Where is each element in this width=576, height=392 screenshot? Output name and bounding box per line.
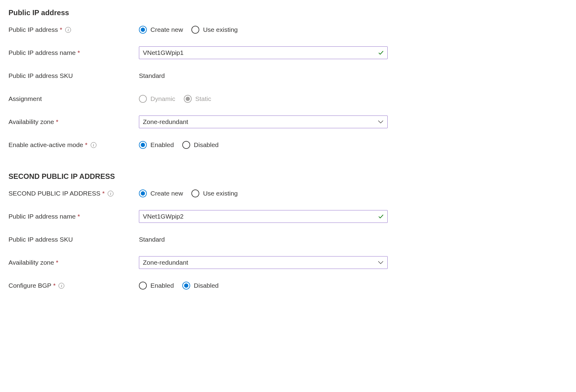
value-public-ip-sku-2: Standard [139, 236, 165, 243]
select-availability-zone-2[interactable]: Zone-redundant [139, 256, 388, 269]
row-public-ip-sku-1: Public IP address SKU Standard [8, 69, 568, 82]
row-second-public-ip-address: SECOND PUBLIC IP ADDRESS * Create new Us… [8, 187, 568, 200]
label-text-active-active: Enable active-active mode [8, 141, 83, 149]
input-public-ip-name-1[interactable] [139, 46, 388, 59]
section-heading-second-public-ip: SECOND PUBLIC IP ADDRESS [8, 172, 568, 181]
label-text-availability-zone-1: Availability zone [8, 118, 54, 126]
radio-create-new[interactable]: Create new [139, 26, 183, 34]
radio-group-assignment: Dynamic Static [139, 95, 211, 103]
required-indicator: * [85, 141, 87, 149]
label-text-public-ip-name-2: Public IP address name [8, 213, 76, 220]
info-icon[interactable] [59, 283, 64, 289]
label-text-public-ip-address: Public IP address [8, 26, 58, 33]
row-public-ip-address: Public IP address * Create new Use exist… [8, 23, 568, 36]
radio-group-active-active: Enabled Disabled [139, 141, 219, 149]
row-availability-zone-1: Availability zone * Zone-redundant [8, 115, 568, 129]
info-icon[interactable] [65, 27, 71, 33]
label-text-assignment: Assignment [8, 95, 42, 102]
label-public-ip-name-2: Public IP address name * [8, 213, 139, 220]
radio-label-static: Static [195, 95, 211, 102]
radio-use-existing[interactable]: Use existing [191, 26, 237, 34]
radio-label-bgp-enabled: Enabled [150, 282, 174, 289]
chevron-down-icon [378, 120, 383, 124]
radio-group-second-public-ip: Create new Use existing [139, 189, 238, 197]
label-configure-bgp: Configure BGP * [8, 282, 139, 289]
label-public-ip-address: Public IP address * [8, 26, 139, 33]
required-indicator: * [102, 190, 105, 197]
input-public-ip-name-2[interactable] [139, 210, 388, 223]
required-indicator: * [77, 49, 80, 56]
label-text-availability-zone-2: Availability zone [8, 259, 54, 266]
required-indicator: * [53, 282, 56, 289]
radio-static: Static [184, 95, 211, 103]
label-public-ip-sku-1: Public IP address SKU [8, 72, 139, 79]
row-public-ip-sku-2: Public IP address SKU Standard [8, 233, 568, 246]
label-active-active: Enable active-active mode * [8, 141, 139, 149]
row-availability-zone-2: Availability zone * Zone-redundant [8, 256, 568, 269]
label-public-ip-name-1: Public IP address name * [8, 49, 139, 56]
radio-bgp-enabled[interactable]: Enabled [139, 282, 174, 290]
label-availability-zone-2: Availability zone * [8, 259, 139, 266]
chevron-down-icon [378, 261, 383, 264]
section-heading-public-ip: Public IP address [8, 8, 568, 17]
label-availability-zone-1: Availability zone * [8, 118, 139, 126]
radio-group-public-ip-address: Create new Use existing [139, 26, 238, 34]
label-text-second-public-ip-address: SECOND PUBLIC IP ADDRESS [8, 190, 100, 197]
info-icon[interactable] [108, 191, 113, 196]
radio-label-second-use-existing: Use existing [203, 190, 237, 197]
radio-group-configure-bgp: Enabled Disabled [139, 282, 219, 290]
label-text-configure-bgp: Configure BGP [8, 282, 51, 289]
select-availability-zone-1[interactable]: Zone-redundant [139, 116, 388, 128]
label-second-public-ip-address: SECOND PUBLIC IP ADDRESS * [8, 190, 139, 197]
label-assignment: Assignment [8, 95, 139, 102]
radio-active-disabled[interactable]: Disabled [182, 141, 219, 149]
label-text-public-ip-sku-2: Public IP address SKU [8, 236, 73, 243]
radio-second-create-new[interactable]: Create new [139, 189, 183, 197]
row-active-active: Enable active-active mode * Enabled Disa… [8, 138, 568, 152]
row-public-ip-name-1: Public IP address name * [8, 46, 568, 59]
required-indicator: * [60, 26, 62, 33]
label-text-public-ip-name-1: Public IP address name [8, 49, 76, 56]
info-icon[interactable] [91, 142, 96, 148]
radio-label-active-disabled: Disabled [194, 141, 219, 149]
radio-label-active-enabled: Enabled [150, 141, 174, 149]
checkmark-icon [378, 213, 384, 219]
select-value-availability-zone-1: Zone-redundant [143, 118, 188, 125]
checkmark-icon [378, 50, 384, 56]
value-public-ip-sku-1: Standard [139, 72, 165, 79]
radio-label-second-create-new: Create new [150, 190, 183, 197]
radio-label-bgp-disabled: Disabled [194, 282, 219, 289]
label-text-public-ip-sku-1: Public IP address SKU [8, 72, 73, 79]
row-public-ip-name-2: Public IP address name * [8, 210, 568, 223]
required-indicator: * [56, 259, 58, 266]
radio-label-dynamic: Dynamic [150, 95, 175, 102]
label-public-ip-sku-2: Public IP address SKU [8, 236, 139, 243]
row-assignment: Assignment Dynamic Static [8, 92, 568, 106]
radio-bgp-disabled[interactable]: Disabled [182, 282, 219, 290]
row-configure-bgp: Configure BGP * Enabled Disabled [8, 279, 568, 292]
radio-dynamic: Dynamic [139, 95, 175, 103]
radio-second-use-existing[interactable]: Use existing [191, 189, 237, 197]
select-value-availability-zone-2: Zone-redundant [143, 259, 188, 266]
radio-label-use-existing: Use existing [203, 26, 237, 33]
radio-label-create-new: Create new [150, 26, 183, 33]
radio-active-enabled[interactable]: Enabled [139, 141, 174, 149]
required-indicator: * [56, 118, 58, 126]
required-indicator: * [77, 213, 80, 220]
